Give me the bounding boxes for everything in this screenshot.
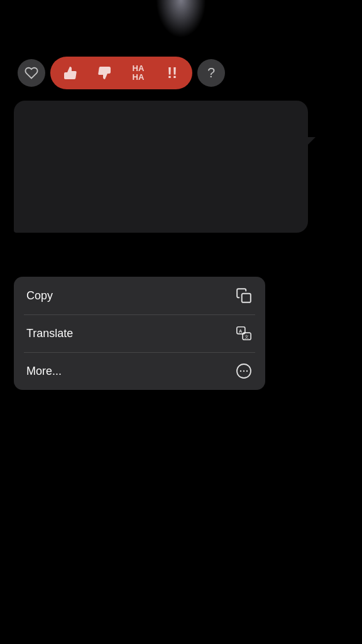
- copy-icon: [235, 287, 253, 304]
- bubble-tail: [308, 137, 315, 145]
- svg-text:文: 文: [244, 335, 249, 339]
- more-label: More...: [26, 365, 62, 378]
- translate-menu-item[interactable]: Translate A 文: [14, 314, 265, 352]
- reaction-question[interactable]: ?: [197, 59, 225, 87]
- svg-point-7: [243, 370, 244, 372]
- svg-rect-0: [242, 294, 251, 303]
- more-icon: [235, 362, 253, 380]
- svg-point-6: [240, 370, 241, 372]
- translate-icon: A 文: [235, 325, 253, 342]
- reaction-thumbs-down[interactable]: [93, 62, 116, 84]
- translate-label: Translate: [26, 327, 73, 340]
- reaction-pill: HA HA !!: [50, 57, 192, 89]
- message-bubble: [14, 101, 308, 233]
- copy-label: Copy: [26, 289, 53, 303]
- haha-label: HA HA: [127, 64, 150, 82]
- copy-menu-item[interactable]: Copy: [14, 277, 265, 314]
- svg-point-8: [246, 370, 248, 372]
- more-menu-item[interactable]: More...: [14, 352, 265, 390]
- reaction-bar: HA HA !! ?: [18, 57, 225, 89]
- context-menu: Copy Translate A 文 More...: [14, 277, 265, 390]
- top-glow: [156, 0, 206, 38]
- reaction-heart[interactable]: [18, 59, 45, 87]
- reaction-thumbs-up[interactable]: [59, 62, 82, 84]
- reaction-exclamation[interactable]: !!: [161, 62, 184, 84]
- reaction-haha[interactable]: HA HA: [127, 62, 150, 84]
- svg-text:A: A: [239, 328, 243, 334]
